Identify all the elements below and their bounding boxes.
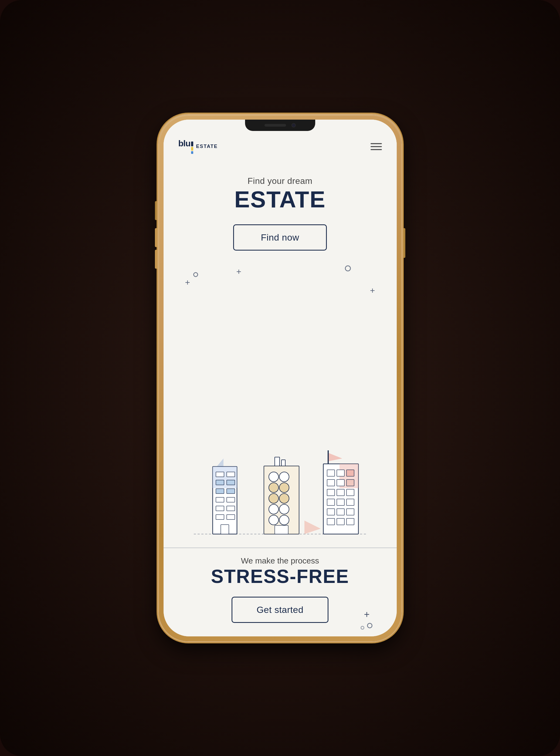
svg-point-25: [269, 493, 279, 503]
svg-rect-37: [337, 470, 344, 476]
svg-rect-46: [337, 499, 344, 505]
get-started-button[interactable]: Get started: [232, 597, 329, 623]
logo-blu-text: blu: [178, 138, 194, 154]
svg-rect-17: [275, 457, 280, 467]
hero-subtitle: Find your dream: [247, 176, 312, 186]
svg-rect-45: [327, 499, 335, 505]
svg-rect-16: [221, 525, 229, 534]
svg-rect-43: [337, 489, 344, 496]
svg-point-27: [269, 504, 279, 514]
svg-rect-36: [327, 470, 335, 476]
svg-rect-6: [216, 480, 224, 485]
find-now-button[interactable]: Find now: [233, 225, 327, 251]
hero-title: ESTATE: [234, 188, 326, 211]
svg-point-30: [279, 515, 289, 525]
svg-rect-15: [227, 515, 235, 520]
deco-plus-icon-2: +: [236, 267, 242, 277]
svg-rect-44: [346, 489, 354, 496]
page-background: blu ESTATE: [0, 0, 560, 756]
logo-estate-text: ESTATE: [196, 144, 218, 149]
svg-rect-48: [327, 509, 335, 515]
svg-rect-14: [216, 515, 224, 520]
svg-rect-38: [346, 470, 354, 476]
svg-rect-8: [216, 489, 224, 493]
svg-rect-42: [327, 489, 335, 496]
svg-point-26: [279, 493, 289, 503]
svg-rect-40: [337, 480, 344, 486]
logo-text: blu: [178, 138, 191, 149]
svg-point-21: [269, 472, 279, 482]
svg-rect-49: [337, 509, 344, 515]
second-section: We make the process STRESS-FREE Get star…: [163, 548, 397, 636]
deco-circle-bottom-icon-2: [361, 626, 364, 629]
logo: blu ESTATE: [178, 138, 218, 154]
phone-frame: blu ESTATE: [159, 115, 402, 641]
deco-plus-icon-1: +: [185, 277, 190, 288]
hamburger-line-1: [371, 143, 382, 144]
svg-rect-51: [327, 518, 335, 525]
svg-rect-53: [346, 518, 354, 525]
screen-content: blu ESTATE: [163, 120, 397, 636]
deco-circle-icon-1: [193, 272, 198, 277]
svg-point-28: [279, 504, 289, 514]
svg-rect-11: [227, 497, 235, 502]
speaker-icon: [264, 124, 286, 127]
svg-rect-50: [346, 509, 354, 515]
svg-rect-31: [275, 525, 288, 534]
svg-rect-39: [327, 480, 335, 486]
svg-rect-4: [216, 472, 224, 477]
deco-plus-icon-3: +: [370, 286, 375, 296]
camera-icon: [292, 123, 296, 128]
logo-accent-bars: [191, 141, 193, 154]
svg-rect-12: [216, 506, 224, 511]
logo-bar-yellow: [191, 147, 193, 151]
svg-rect-5: [227, 472, 235, 477]
svg-point-24: [279, 483, 289, 492]
svg-rect-10: [216, 497, 224, 502]
svg-rect-13: [227, 506, 235, 511]
svg-rect-41: [346, 480, 354, 486]
logo-bar-blue: [191, 151, 193, 154]
hamburger-line-2: [371, 146, 382, 147]
svg-marker-32: [329, 453, 342, 461]
deco-circle-icon-2: [345, 266, 351, 271]
svg-point-23: [269, 483, 279, 492]
svg-rect-18: [281, 460, 285, 467]
deco-circle-bottom-icon-1: [367, 623, 373, 628]
svg-rect-52: [337, 518, 344, 525]
svg-rect-47: [346, 499, 354, 505]
buildings-section: + + +: [163, 261, 397, 547]
deco-plus-bottom-icon: +: [364, 609, 369, 620]
hero-section: Find your dream ESTATE Find now: [163, 160, 397, 261]
second-section-subtitle: We make the process: [241, 556, 319, 565]
svg-marker-54: [304, 521, 321, 534]
phone-notch: [245, 120, 315, 131]
hamburger-line-3: [371, 149, 382, 150]
svg-rect-7: [227, 480, 235, 485]
svg-point-29: [269, 515, 279, 525]
svg-point-22: [279, 472, 289, 482]
svg-marker-1: [217, 459, 223, 467]
svg-rect-33: [328, 450, 329, 464]
second-section-title: STRESS-FREE: [211, 567, 349, 586]
logo-bar-dark: [191, 141, 193, 146]
buildings-illustration: [188, 445, 372, 542]
screen-bezel: blu ESTATE: [163, 120, 397, 636]
svg-rect-9: [227, 489, 235, 493]
hamburger-menu-button[interactable]: [371, 143, 382, 150]
